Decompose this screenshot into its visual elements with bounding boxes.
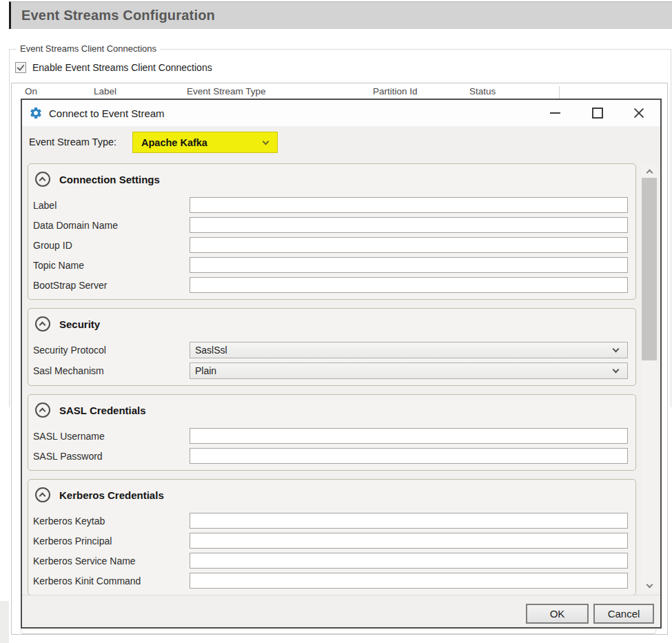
collapse-section-button[interactable] [35,487,50,502]
section-title: Security [59,318,100,330]
chevron-up-icon [39,408,46,415]
field-row: Label [33,197,635,213]
bootstrap-server-input[interactable] [190,277,628,293]
check-icon [17,63,24,71]
field-label: Kerberos Service Name [33,555,190,567]
event-stream-type-dropdown[interactable]: Apache Kafka [132,132,278,153]
section-title: Connection Settings [59,174,160,185]
dialog-scroll-area: Connection Settings Label Data Domain Na… [22,161,660,595]
field-row: Group ID [33,237,635,253]
kerberos-keytab-input[interactable] [190,513,628,529]
kerberos-kinit-command-input[interactable] [190,573,628,589]
event-stream-type-label: Event Stream Type: [29,132,116,153]
scroll-up-button[interactable] [641,165,658,176]
scrollbar-thumb[interactable] [642,178,657,360]
vertical-scrollbar[interactable] [641,165,658,591]
scroll-down-button[interactable] [641,580,658,591]
kerberos-service-name-input[interactable] [190,553,628,569]
collapse-section-button[interactable] [35,172,50,187]
dialog-title: Connect to Event Stream [49,108,165,119]
client-connections-group-label: Event Streams Client Connections [17,43,160,54]
field-label: Label [33,200,190,211]
field-label: SASL Password [33,451,190,462]
sasl-username-input[interactable] [190,428,628,444]
field-row: Security Protocol SaslSsl [33,342,635,358]
field-row: BootStrap Server [33,277,635,293]
chevron-down-icon [613,346,620,353]
sasl-password-input[interactable] [190,448,628,464]
section-sasl-credentials: SASL Credentials SASL Username SASL Pass… [28,394,636,471]
field-label: Topic Name [33,260,190,271]
event-stream-type-value: Apache Kafka [133,137,263,148]
field-row: Sasl Mechanism Plain [33,363,635,379]
page-header-bar: Event Streams Configuration [9,1,672,29]
section-title: Kerberos Credentials [59,489,164,501]
gear-icon [29,106,43,120]
field-row: SASL Username [33,428,635,444]
column-header-on[interactable]: On [25,86,37,96]
field-row: Kerberos Principal [33,533,635,549]
section-header: Kerberos Credentials [33,486,635,513]
enable-connections-row: Enable Event Streams Client Connections [15,62,212,73]
ok-button[interactable]: OK [526,604,589,624]
collapse-section-button[interactable] [35,316,50,331]
field-label: SASL Username [33,431,190,442]
enable-connections-checkbox[interactable] [15,62,26,73]
page-title: Event Streams Configuration [11,8,215,23]
close-icon [633,107,645,119]
section-header: SASL Credentials [33,401,635,428]
maximize-icon [592,108,603,119]
section-security: Security Security Protocol SaslSsl Sasl … [28,308,636,386]
field-label: Kerberos Kinit Command [33,575,190,586]
section-header: Connection Settings [33,170,635,197]
chevron-up-icon [39,322,46,329]
column-header-label[interactable]: Label [94,86,116,96]
section-kerberos-credentials: Kerberos Credentials Kerberos Keytab Ker… [28,479,636,595]
field-label: Data Domain Name [33,220,190,231]
section-header: Security [33,315,635,342]
field-row: SASL Password [33,448,635,464]
minimize-icon [550,112,560,114]
group-id-input[interactable] [190,237,628,253]
field-row: Kerberos Service Name [33,553,635,569]
chevron-up-icon [39,493,46,500]
section-title: SASL Credentials [59,405,146,416]
sasl-mechanism-dropdown[interactable]: Plain [190,363,628,379]
field-label: Kerberos Keytab [33,516,190,527]
field-row: Kerberos Kinit Command [33,573,635,589]
cancel-button[interactable]: Cancel [593,604,654,624]
maximize-button[interactable] [587,103,608,123]
field-label: Security Protocol [33,345,190,356]
security-protocol-dropdown[interactable]: SaslSsl [190,342,628,358]
column-header-status[interactable]: Status [469,86,496,96]
sasl-mechanism-value: Plain [190,365,613,376]
section-connection-settings: Connection Settings Label Data Domain Na… [28,163,636,300]
chevron-up-icon [646,169,653,176]
connect-to-event-stream-dialog: Connect to Event Stream Event Stream Typ… [21,99,662,629]
label-input[interactable] [190,197,628,213]
chevron-down-icon [263,138,269,145]
connections-table-header: On Label Event Stream Type Partition Id … [12,83,667,99]
chevron-down-icon [613,367,620,374]
data-domain-name-input[interactable] [190,217,628,233]
kerberos-principal-input[interactable] [190,533,628,549]
enable-connections-label: Enable Event Streams Client Connections [32,62,212,73]
left-gutter [0,601,9,643]
column-header-event-stream-type[interactable]: Event Stream Type [187,86,266,96]
event-stream-type-row: Event Stream Type: Apache Kafka [22,132,660,153]
dialog-outer-frame [21,629,656,634]
collapse-section-button[interactable] [35,402,50,418]
field-row: Data Domain Name [33,217,635,233]
field-label: Group ID [33,240,190,251]
chevron-down-icon [646,581,653,588]
security-protocol-value: SaslSsl [190,345,613,356]
column-header-partition-id[interactable]: Partition Id [373,86,418,96]
minimize-button[interactable] [544,103,565,123]
close-button[interactable] [629,103,649,123]
chevron-up-icon [39,177,46,184]
topic-name-input[interactable] [190,257,628,273]
dialog-titlebar[interactable]: Connect to Event Stream [22,100,660,126]
field-label: BootStrap Server [33,280,190,291]
field-label: Kerberos Principal [33,535,190,547]
field-row: Topic Name [33,257,635,273]
